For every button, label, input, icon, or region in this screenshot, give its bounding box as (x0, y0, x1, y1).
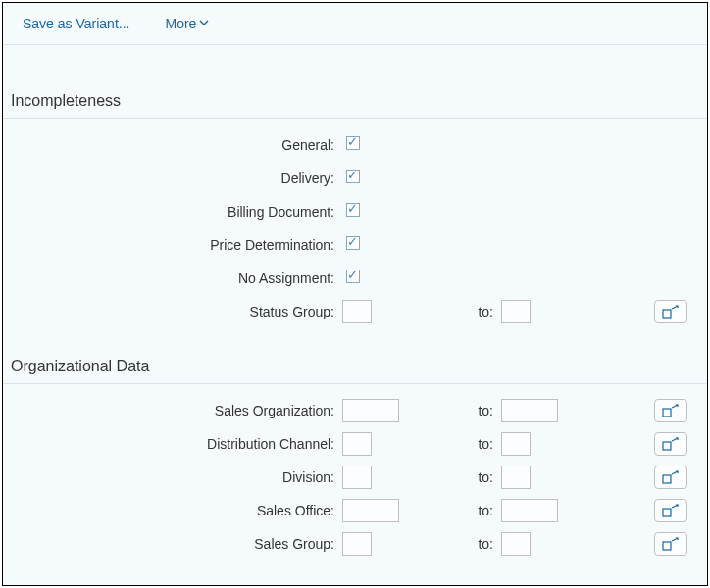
label-delivery: Delivery: (3, 171, 342, 186)
input-sales-organization-from[interactable] (342, 399, 399, 422)
multi-select-button-status-group[interactable] (654, 300, 687, 323)
label-sales-organization: Sales Organization: (3, 403, 342, 418)
row-status-group: Status Group: to: (3, 295, 707, 328)
row-sales-organization: Sales Organization: to: (3, 394, 707, 427)
more-label: More (165, 16, 196, 31)
input-sales-office-from[interactable] (342, 499, 399, 522)
row-billing-document: Billing Document: (3, 195, 707, 228)
input-sales-office-to[interactable] (501, 499, 558, 522)
row-sales-office: Sales Office: to: (3, 494, 707, 527)
label-to-status-group: to: (440, 304, 501, 319)
multi-select-button-sales-organization[interactable] (654, 399, 687, 422)
checkbox-billing-document[interactable] (346, 203, 360, 217)
multi-select-button-sales-group[interactable] (654, 532, 687, 556)
label-distribution-channel: Distribution Channel: (3, 436, 342, 452)
svg-rect-3 (663, 475, 671, 483)
row-sales-group: Sales Group: to: (3, 527, 707, 561)
row-general: General: (3, 128, 707, 162)
toolbar: Save as Variant... More (3, 3, 707, 44)
label-sales-group: Sales Group: (3, 536, 342, 552)
label-status-group: Status Group: (3, 304, 342, 319)
label-general: General: (3, 137, 342, 153)
input-status-group-from[interactable] (342, 300, 372, 323)
multi-select-icon (662, 504, 680, 517)
checkbox-general[interactable] (346, 136, 360, 150)
multi-select-icon (662, 404, 680, 417)
input-sales-group-from[interactable] (342, 532, 372, 556)
input-distribution-channel-from[interactable] (342, 432, 372, 456)
label-to-sales-group: to: (440, 536, 501, 552)
label-no-assignment: No Assignment: (3, 270, 342, 286)
multi-select-icon (662, 470, 680, 484)
label-to-sales-office: to: (440, 503, 501, 518)
svg-rect-5 (663, 542, 671, 550)
input-distribution-channel-to[interactable] (501, 432, 531, 456)
section-title-incompleteness: Incompleteness (3, 45, 707, 119)
multi-select-button-division[interactable] (654, 466, 687, 489)
checkbox-no-assignment[interactable] (346, 270, 360, 283)
incompleteness-rows: General: Delivery: Billing Document: Pri… (3, 119, 707, 328)
svg-rect-2 (663, 442, 671, 450)
svg-rect-1 (663, 409, 671, 416)
orgdata-rows: Sales Organization: to: Distribution Cha… (3, 384, 707, 561)
multi-select-button-sales-office[interactable] (654, 499, 687, 522)
section-title-organizational-data: Organizational Data (3, 328, 707, 384)
input-sales-group-to[interactable] (501, 532, 531, 556)
label-billing-document: Billing Document: (3, 204, 342, 220)
label-to-distribution-channel: to: (440, 436, 501, 452)
multi-select-button-distribution-channel[interactable] (654, 432, 687, 456)
label-sales-office: Sales Office: (3, 503, 342, 518)
row-price-determination: Price Determination: (3, 228, 707, 262)
svg-rect-0 (663, 310, 671, 318)
checkbox-price-determination[interactable] (346, 236, 360, 250)
multi-select-icon (662, 305, 680, 318)
label-to-division: to: (440, 469, 501, 485)
save-as-variant-link[interactable]: Save as Variant... (23, 16, 129, 31)
input-sales-organization-to[interactable] (501, 399, 558, 422)
multi-select-icon (662, 437, 680, 451)
input-division-to[interactable] (501, 466, 531, 489)
svg-rect-4 (663, 509, 671, 516)
row-distribution-channel: Distribution Channel: to: (3, 427, 707, 461)
more-menu[interactable]: More (165, 16, 210, 31)
label-to-sales-organization: to: (440, 403, 501, 418)
input-division-from[interactable] (342, 466, 372, 489)
label-division: Division: (3, 469, 342, 485)
row-no-assignment: No Assignment: (3, 262, 707, 295)
chevron-down-icon (198, 16, 210, 31)
row-division: Division: to: (3, 461, 707, 494)
input-status-group-to[interactable] (501, 300, 531, 323)
row-delivery: Delivery: (3, 162, 707, 195)
checkbox-delivery[interactable] (346, 170, 360, 183)
label-price-determination: Price Determination: (3, 237, 342, 253)
multi-select-icon (662, 537, 680, 551)
